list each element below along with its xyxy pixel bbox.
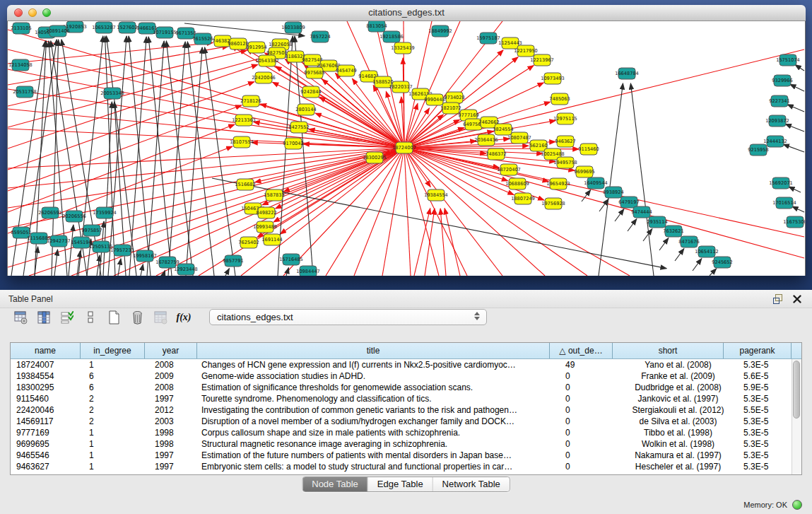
graph-node[interactable]: 8912954: [246, 42, 266, 53]
graph-node[interactable]: 9975685: [304, 67, 324, 78]
table-cell[interactable]: 0: [560, 394, 623, 404]
column-header-short[interactable]: short: [613, 343, 724, 358]
table-cell[interactable]: de Silva et al. (2003): [623, 416, 734, 426]
column-header-year[interactable]: year: [145, 343, 197, 358]
graph-node[interactable]: 1691144: [261, 234, 282, 245]
table-cell[interactable]: Tibbo et al. (1998): [623, 428, 734, 438]
graph-node[interactable]: 9860128: [228, 38, 248, 49]
graph-node[interactable]: 19756928: [541, 198, 565, 209]
network-canvas-svg[interactable]: 2133105140557141192085310653287152760294…: [8, 21, 805, 276]
table-cell[interactable]: 6: [81, 382, 145, 392]
graph-node[interactable]: 12505135: [89, 241, 113, 252]
graph-node[interactable]: 10993489: [253, 221, 277, 233]
graph-node[interactable]: 10973493: [541, 73, 565, 84]
row-height-icon[interactable]: [83, 310, 98, 325]
table-cell[interactable]: Investigating the contribution of common…: [197, 405, 560, 415]
graph-node[interactable]: 9215958: [748, 144, 768, 156]
table-cell[interactable]: 1997: [145, 394, 197, 404]
import-table-icon[interactable]: [153, 310, 168, 325]
graph-node[interactable]: 9975857: [81, 225, 102, 236]
graph-node[interactable]: 10807487: [507, 132, 531, 144]
table-row[interactable]: 946554611997Estimation of the future num…: [11, 450, 801, 461]
close-window-button[interactable]: [14, 8, 23, 17]
graph-node[interactable]: 8813054: [366, 21, 387, 32]
delete-table-icon[interactable]: [129, 310, 145, 325]
table-cell[interactable]: 0: [560, 439, 623, 449]
table-cell[interactable]: 2003: [145, 416, 197, 426]
graph-node[interactable]: 1516682: [235, 179, 255, 190]
table-cell[interactable]: 2: [81, 394, 145, 404]
graph-node[interactable]: 7486372: [486, 148, 506, 160]
graph-node[interactable]: 2803144: [295, 104, 316, 115]
table-cell[interactable]: 0: [560, 428, 623, 438]
graph-node[interactable]: 10543382: [255, 55, 279, 66]
graph-node[interactable]: 19218586: [379, 31, 404, 42]
table-cell[interactable]: 9465546: [11, 450, 81, 460]
graph-node[interactable]: 15716485: [279, 254, 303, 265]
minimize-window-button[interactable]: [28, 8, 37, 17]
table-cell[interactable]: 1997: [145, 462, 197, 472]
table-cell[interactable]: Estimation of the future numbers of pati…: [197, 450, 560, 460]
graph-node[interactable]: 10984447: [296, 266, 320, 276]
table-row[interactable]: 946362711997Embryonic stem cells: a mode…: [11, 461, 801, 472]
column-header-out_de[interactable]: △ out_de…: [550, 343, 613, 358]
graph-node[interactable]: 9329966: [772, 75, 792, 86]
table-cell[interactable]: Changes of HCN gene expression and I(f) …: [197, 360, 560, 370]
graph-node[interactable]: 12923448: [174, 264, 198, 275]
table-cell[interactable]: 6: [81, 371, 145, 381]
network-canvas[interactable]: 2133105140557141192085310653287152760294…: [7, 21, 806, 276]
table-cell[interactable]: 0: [560, 462, 623, 472]
graph-nodes[interactable]: 2133105140557141192085310653287152760294…: [8, 21, 805, 276]
table-cell[interactable]: 1998: [145, 428, 197, 438]
graph-node[interactable]: 10719155: [153, 27, 177, 38]
graph-node[interactable]: 16033809: [281, 22, 305, 33]
graph-node[interactable]: 18107554: [230, 136, 254, 148]
table-cell[interactable]: 9463627: [11, 462, 81, 472]
table-cell[interactable]: 2: [81, 405, 145, 415]
graph-node[interactable]: 8471676: [678, 236, 699, 247]
graph-node[interactable]: 7625402: [238, 237, 259, 248]
graph-node[interactable]: 12975115: [553, 113, 577, 124]
table-cell[interactable]: Estimation of significance thresholds fo…: [197, 382, 560, 392]
show-columns-icon[interactable]: [36, 310, 52, 325]
table-cell[interactable]: Structural magnetic resonance image aver…: [197, 439, 560, 449]
table-cell[interactable]: Franke et al. (2009): [623, 371, 734, 381]
tab-node-table[interactable]: Node Table: [302, 477, 368, 491]
graph-node[interactable]: 9170042: [283, 138, 303, 149]
graph-node[interactable]: 12213967: [530, 54, 554, 66]
graph-node[interactable]: 18849992: [428, 25, 452, 37]
table-cell[interactable]: Dudbridge et al. (2008): [623, 382, 734, 392]
graph-node[interactable]: 18720407: [497, 164, 521, 175]
graph-node[interactable]: 15692071: [769, 177, 793, 189]
graph-node[interactable]: 10654112: [695, 246, 719, 257]
graph-node[interactable]: 20531758: [13, 86, 37, 98]
table-cell[interactable]: Embryonic stem cells: a model to study s…: [197, 462, 560, 472]
graph-node[interactable]: 1587833: [264, 189, 284, 201]
graph-node[interactable]: 20364436: [474, 134, 498, 146]
graph-node[interactable]: 18807249: [511, 193, 535, 204]
table-cell[interactable]: Tourette syndrome. Phenomenology and cla…: [197, 394, 560, 404]
graph-node[interactable]: 9245652: [712, 257, 732, 268]
table-cell[interactable]: Corpus callosum shape and size in male p…: [197, 428, 560, 438]
table-cell[interactable]: 2012: [145, 405, 197, 415]
table-scrollbar[interactable]: [792, 359, 801, 474]
graph-node[interactable]: 19654923: [546, 178, 570, 189]
table-cell[interactable]: 1: [81, 450, 145, 460]
table-cell[interactable]: 9115460: [11, 394, 81, 404]
table-row[interactable]: 1872400712008Changes of HCN gene express…: [11, 359, 801, 370]
graph-node[interactable]: 18300295: [363, 152, 387, 163]
table-row[interactable]: 1830029562008Estimation of significance …: [11, 382, 801, 393]
table-row[interactable]: 1938455462009Genome-wide association stu…: [11, 370, 801, 382]
select-columns-icon[interactable]: [59, 310, 75, 325]
graph-node[interactable]: 7615526: [192, 33, 213, 45]
table-cell[interactable]: 19384554: [11, 371, 81, 381]
table-cell[interactable]: 1: [81, 360, 145, 370]
graph-node[interactable]: 20891406: [46, 25, 70, 37]
graph-node[interactable]: 13325419: [391, 42, 415, 54]
graph-node[interactable]: 9115460: [578, 144, 599, 155]
graph-node[interactable]: 11675300: [783, 216, 805, 228]
table-scrollbar-thumb[interactable]: [793, 361, 800, 419]
tab-network-table[interactable]: Network Table: [433, 477, 510, 491]
column-header-title[interactable]: title: [197, 343, 550, 358]
graph-node[interactable]: 9990448: [424, 94, 445, 105]
